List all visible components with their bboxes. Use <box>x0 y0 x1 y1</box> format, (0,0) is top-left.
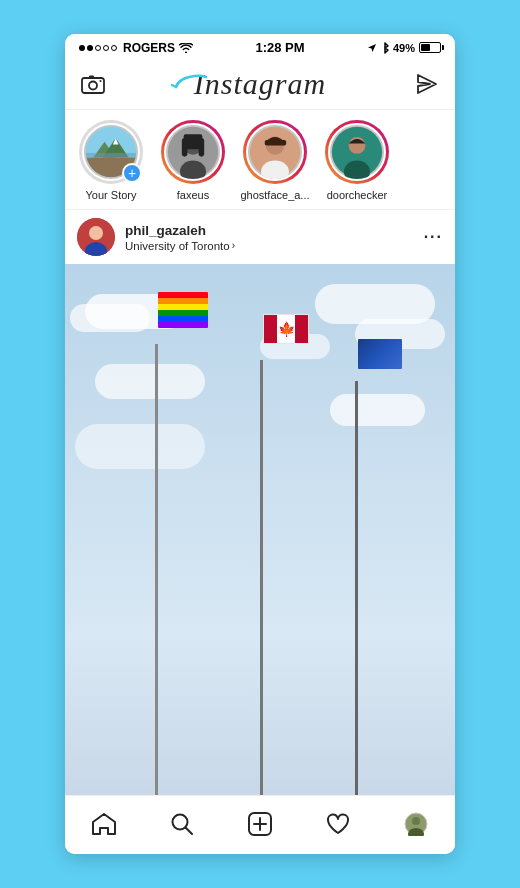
status-left: ROGERS <box>79 41 193 55</box>
svg-point-1 <box>89 82 97 90</box>
post-more-button[interactable]: ··· <box>424 228 443 246</box>
status-right: 49% <box>367 42 441 54</box>
doorchecker-avatar-art <box>330 123 384 181</box>
add-story-button[interactable]: + <box>122 163 142 183</box>
app-header: Instagram <box>65 59 455 110</box>
post-username[interactable]: phil_gazaleh <box>125 222 414 240</box>
your-story-avatar-wrap: + <box>79 120 143 184</box>
ghostface-ring <box>243 120 307 184</box>
story-item-faxeus[interactable]: faxeus <box>157 120 229 201</box>
post-user-avatar[interactable] <box>77 218 115 256</box>
flag-pole-blue <box>355 381 358 795</box>
doorchecker-avatar <box>328 123 386 181</box>
cloud-6 <box>95 364 205 399</box>
svg-point-3 <box>100 80 102 82</box>
cloud-7 <box>330 394 425 426</box>
svg-rect-16 <box>199 138 205 157</box>
ghostface-avatar-wrap <box>243 120 307 184</box>
rainbow-flag <box>158 292 208 328</box>
battery-percent: 49% <box>393 42 415 54</box>
location-icon <box>367 43 377 53</box>
svg-point-34 <box>412 817 420 825</box>
post-user-info: phil_gazaleh University of Toronto › <box>125 222 414 252</box>
flag-pole-rainbow <box>155 344 158 795</box>
wifi-icon <box>179 43 193 53</box>
faxeus-ring <box>161 120 225 184</box>
ghostface-label: ghostface_a... <box>239 189 311 201</box>
cloud-8 <box>75 424 205 469</box>
faxeus-avatar-wrap <box>161 120 225 184</box>
doorchecker-label: doorchecker <box>321 189 393 201</box>
dot-4 <box>103 45 109 51</box>
status-time: 1:28 PM <box>255 40 304 55</box>
svg-rect-20 <box>265 140 286 146</box>
faxeus-avatar-art <box>166 123 220 181</box>
your-story-label: Your Story <box>75 189 147 201</box>
flag-pole-canada <box>260 360 263 795</box>
svg-rect-10 <box>84 153 138 158</box>
svg-line-29 <box>186 828 193 835</box>
tutorial-arrow <box>170 73 210 95</box>
dot-1 <box>79 45 85 51</box>
battery-icon <box>419 42 441 53</box>
svg-point-25 <box>89 226 103 240</box>
svg-rect-2 <box>89 76 94 79</box>
ghostface-avatar-art <box>248 123 302 181</box>
nav-heart[interactable] <box>316 806 360 842</box>
cloud-2 <box>70 304 150 332</box>
nav-profile[interactable] <box>394 806 438 842</box>
ghostface-avatar <box>246 123 304 181</box>
story-item-ghostface[interactable]: ghostface_a... <box>239 120 311 201</box>
doorchecker-ring <box>325 120 389 184</box>
nav-search[interactable] <box>160 806 204 842</box>
post-image[interactable]: 🍁 <box>65 264 455 795</box>
status-bar: ROGERS 1:28 PM 49% <box>65 34 455 59</box>
camera-button[interactable] <box>79 70 107 98</box>
dot-3 <box>95 45 101 51</box>
cloud-3 <box>315 284 435 324</box>
nav-home[interactable] <box>82 806 126 842</box>
send-button[interactable] <box>413 70 441 98</box>
signal-dots <box>79 45 117 51</box>
location-chevron: › <box>232 240 235 251</box>
instagram-logo: Instagram <box>194 67 326 101</box>
faxeus-avatar <box>164 123 222 181</box>
story-item-your-story[interactable]: + Your Story <box>75 120 147 201</box>
nav-add[interactable] <box>238 806 282 842</box>
doorchecker-avatar-wrap <box>325 120 389 184</box>
bottom-nav <box>65 795 455 854</box>
dot-2 <box>87 45 93 51</box>
blue-flag <box>358 339 402 369</box>
story-item-doorchecker[interactable]: doorchecker <box>321 120 393 201</box>
post-container: phil_gazaleh University of Toronto › ··· <box>65 210 455 795</box>
svg-rect-15 <box>182 138 188 157</box>
post-location[interactable]: University of Toronto › <box>125 240 414 252</box>
faxeus-label: faxeus <box>157 189 229 201</box>
app-logo: Instagram <box>194 67 326 101</box>
canada-flag: 🍁 <box>263 314 309 344</box>
post-header: phil_gazaleh University of Toronto › ··· <box>65 210 455 264</box>
bluetooth-icon <box>381 42 389 54</box>
phone-container: ROGERS 1:28 PM 49% <box>65 34 455 854</box>
carrier-label: ROGERS <box>123 41 175 55</box>
dot-5 <box>111 45 117 51</box>
stories-bar: + Your Story <box>65 110 455 210</box>
